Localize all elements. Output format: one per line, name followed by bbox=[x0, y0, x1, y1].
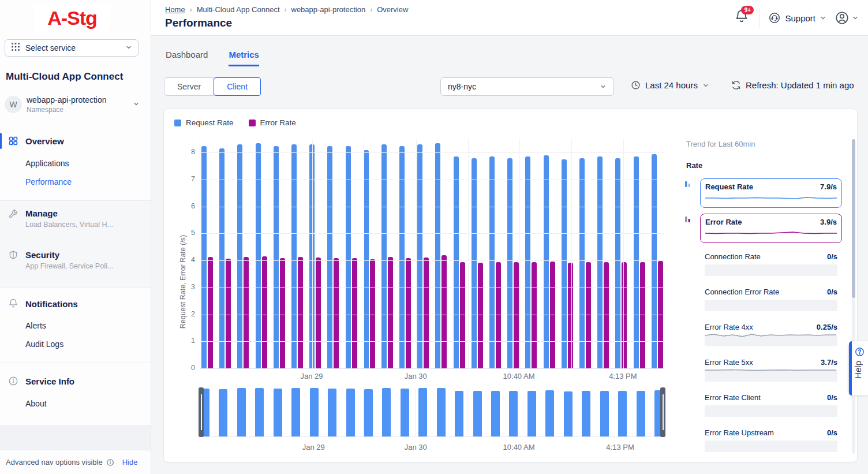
sidebar-item-label: Manage bbox=[25, 208, 58, 218]
metric-row: Request Rate7.9/s bbox=[682, 178, 842, 208]
breadcrumb-overview[interactable]: Overview bbox=[377, 5, 408, 14]
request-rate-chart-icon bbox=[682, 178, 695, 208]
overview-grid-icon bbox=[8, 136, 20, 146]
brush-handle-right[interactable] bbox=[660, 387, 665, 437]
minimap-bar bbox=[346, 389, 355, 436]
bell-icon bbox=[8, 298, 20, 309]
metric-card-error-rate[interactable]: Error Rate3.9/s bbox=[700, 214, 842, 243]
request-rate-bar bbox=[615, 158, 620, 368]
sidebar-item-applications[interactable]: Applications bbox=[25, 159, 69, 168]
sidebar-item-notifications[interactable]: Notifications bbox=[0, 296, 151, 312]
bar-group bbox=[652, 154, 663, 368]
time-brush-minimap[interactable] bbox=[200, 387, 664, 437]
refresh-icon bbox=[731, 80, 741, 90]
request-rate-bar bbox=[562, 159, 567, 368]
error-rate-bar bbox=[586, 262, 591, 368]
notifications-bell-button[interactable]: 9+ bbox=[734, 9, 751, 27]
help-tab[interactable]: Help bbox=[848, 341, 868, 396]
breadcrumb-app-connect[interactable]: Multi-Cloud App Connect bbox=[197, 5, 280, 14]
tab-metrics[interactable]: Metrics bbox=[229, 50, 259, 66]
metric-card-request-rate[interactable]: Request Rate7.9/s bbox=[700, 178, 842, 208]
minimap-bar bbox=[310, 388, 319, 436]
x-axis-labels: Jan 29Jan 3010:40 AM4:13 PM bbox=[200, 372, 664, 383]
sidebar-item-alerts[interactable]: Alerts bbox=[25, 321, 46, 330]
trend-scrollbar-thumb[interactable] bbox=[852, 139, 855, 298]
tab-dashboard[interactable]: Dashboard bbox=[166, 50, 208, 66]
minimap-bar bbox=[219, 389, 227, 436]
gridline bbox=[200, 207, 664, 207]
sidebar-item-service-info[interactable]: Service Info bbox=[0, 373, 151, 389]
y-axis-tick: 7 bbox=[178, 175, 195, 183]
hide-advanced-nav-link[interactable]: Hide bbox=[122, 458, 138, 466]
chevron-down-icon bbox=[702, 82, 709, 89]
minimap-bar bbox=[600, 391, 609, 436]
metric-label: Connection Error Rate bbox=[705, 288, 779, 296]
brand-logo[interactable]: A-Stg bbox=[35, 5, 110, 31]
info-icon bbox=[106, 458, 114, 466]
y-axis-tick: 2 bbox=[178, 310, 195, 318]
namespace-selector[interactable]: W webapp-api-protection Namespace bbox=[5, 92, 147, 117]
minimap-bar bbox=[401, 389, 409, 436]
error-rate-bar bbox=[244, 257, 249, 368]
minimap-axis-labels: Jan 29Jan 3010:40 AM4:13 PM bbox=[200, 443, 664, 454]
gridline bbox=[519, 139, 520, 368]
x-axis-tick-label: 4:13 PM bbox=[609, 372, 637, 380]
sidebar-item-about[interactable]: About bbox=[25, 399, 47, 408]
server-toggle-button[interactable]: Server bbox=[164, 77, 214, 96]
refresh-button[interactable]: Refresh: Updated 1 min ago bbox=[731, 80, 854, 90]
request-rate-bar bbox=[525, 156, 530, 368]
wrench-icon bbox=[8, 208, 20, 219]
legend-error-rate[interactable]: Error Rate bbox=[249, 118, 296, 127]
request-rate-bar bbox=[291, 144, 297, 368]
metric-row: Error Rate3.9/s bbox=[682, 214, 842, 243]
metric-value: 7.9/s bbox=[820, 182, 837, 191]
error-rate-bar bbox=[496, 262, 501, 368]
sidebar-item-performance[interactable]: Performance bbox=[25, 177, 72, 186]
minimap-tick-label: 4:13 PM bbox=[606, 443, 634, 451]
metric-row: Error Rate 4xx0.25/s bbox=[682, 319, 842, 349]
request-rate-bar bbox=[652, 154, 657, 368]
error-rate-bar bbox=[262, 256, 267, 368]
metric-sparkline bbox=[705, 227, 837, 239]
sidebar-item-audit-logs[interactable]: Audit Logs bbox=[25, 339, 63, 349]
metric-label: Connection Rate bbox=[705, 252, 761, 261]
site-select-dropdown[interactable]: ny8-nyc bbox=[440, 77, 614, 96]
user-account-button[interactable] bbox=[835, 10, 859, 25]
sidebar-item-overview[interactable]: Overview bbox=[0, 133, 151, 149]
breadcrumb-home[interactable]: Home bbox=[165, 5, 185, 14]
gridline bbox=[200, 341, 664, 342]
bar-group bbox=[615, 158, 627, 368]
breadcrumb-namespace[interactable]: webapp-api-protection bbox=[291, 5, 366, 14]
request-rate-bar bbox=[472, 158, 477, 368]
bar-group bbox=[364, 150, 375, 368]
bar-group bbox=[544, 155, 555, 368]
metric-icon-slot bbox=[682, 390, 695, 419]
minimap-bar bbox=[237, 388, 246, 436]
metric-row: Connection Rate0/s bbox=[682, 249, 842, 278]
select-service-dropdown[interactable]: Select service bbox=[5, 39, 139, 57]
request-rate-bar bbox=[634, 156, 639, 368]
service-title: Multi-Cloud App Connect bbox=[6, 71, 123, 83]
legend-request-rate[interactable]: Request Rate bbox=[174, 118, 234, 127]
minimap-bar bbox=[291, 388, 300, 436]
time-range-value: Last 24 hours bbox=[645, 80, 698, 90]
request-rate-bar bbox=[219, 148, 225, 368]
brush-handle-left[interactable] bbox=[199, 387, 204, 437]
minimap-bar bbox=[437, 388, 446, 436]
client-toggle-button[interactable]: Client bbox=[214, 77, 261, 96]
bar-group bbox=[381, 144, 393, 368]
sidebar-item-security[interactable]: Security App Firewall, Service Poli... bbox=[0, 242, 151, 288]
sidebar-spacer bbox=[0, 425, 151, 450]
metrics-chart-card: Request Rate Error Rate Request Rate, Er… bbox=[163, 109, 858, 462]
sidebar-item-manage[interactable]: Manage Load Balancers, Virtual H... bbox=[0, 200, 151, 243]
user-avatar-icon bbox=[835, 10, 850, 25]
gridline bbox=[261, 139, 261, 368]
time-range-dropdown[interactable]: Last 24 hours bbox=[631, 80, 709, 90]
error-rate-bar bbox=[532, 262, 537, 368]
metric-trend-strip bbox=[705, 370, 837, 382]
metric-sparkline bbox=[705, 192, 837, 204]
site-select-value: ny8-nyc bbox=[448, 82, 600, 91]
bar-group bbox=[579, 158, 591, 368]
error-rate-bar bbox=[298, 257, 303, 368]
support-menu-button[interactable]: Support bbox=[768, 12, 826, 24]
